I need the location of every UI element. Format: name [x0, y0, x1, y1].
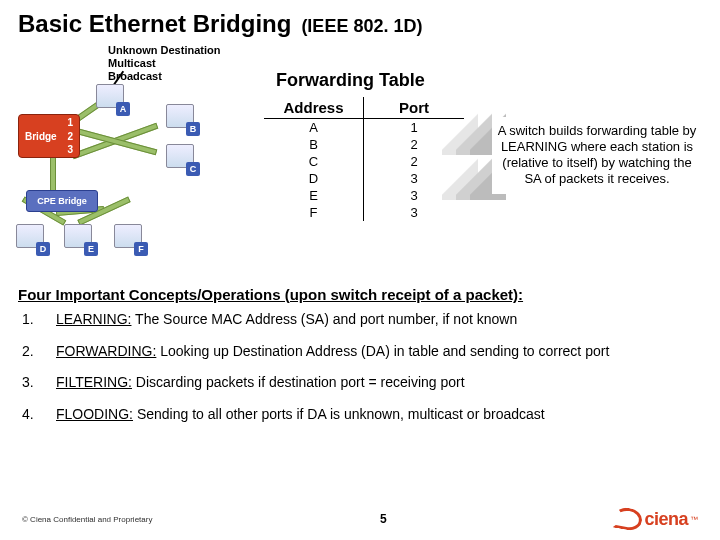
- concepts-list: 1. LEARNING: The Source MAC Address (SA)…: [0, 311, 720, 423]
- item-text: FLOODING: Sending to all other ports if …: [56, 406, 545, 424]
- table-cell: A: [264, 119, 363, 136]
- note-line: Multicast: [108, 57, 220, 70]
- host-label: A: [116, 102, 130, 116]
- port-label: 2: [67, 131, 73, 142]
- list-item: 3. FILTERING: Discarding packets if dest…: [22, 374, 690, 392]
- item-number: 3.: [22, 374, 38, 392]
- table-header: Address: [264, 97, 364, 119]
- bridge-box: Bridge 1 2 3: [18, 114, 80, 158]
- trademark-icon: ™: [690, 515, 698, 524]
- cpe-bridge-box: CPE Bridge: [26, 190, 98, 212]
- item-text: FORWARDING: Looking up Destination Addre…: [56, 343, 609, 361]
- concepts-header: Four Important Concepts/Operations (upon…: [0, 280, 720, 311]
- table-cells: A B C D E F: [264, 119, 364, 221]
- host-label: C: [186, 162, 200, 176]
- list-item: 2. FORWARDING: Looking up Destination Ad…: [22, 343, 690, 361]
- list-item: 1. LEARNING: The Source MAC Address (SA)…: [22, 311, 690, 329]
- item-text: LEARNING: The Source MAC Address (SA) an…: [56, 311, 517, 329]
- callout-text: A switch builds forwarding table by LEAR…: [492, 117, 702, 194]
- item-number: 2.: [22, 343, 38, 361]
- table-cell: C: [264, 153, 363, 170]
- host-label: B: [186, 122, 200, 136]
- footer: © Ciena Confidential and Proprietary 5 c…: [0, 508, 720, 530]
- flood-note: Unknown Destination Multicast Broadcast: [108, 44, 220, 84]
- page-subtitle: (IEEE 802. 1D): [301, 16, 422, 37]
- bridge-label: Bridge: [25, 131, 57, 142]
- title-row: Basic Ethernet Bridging (IEEE 802. 1D): [0, 0, 720, 42]
- item-number: 1.: [22, 311, 38, 329]
- copyright-text: © Ciena Confidential and Proprietary: [22, 515, 152, 524]
- host-label: F: [134, 242, 148, 256]
- host-label: E: [84, 242, 98, 256]
- list-item: 4. FLOODING: Sending to all other ports …: [22, 406, 690, 424]
- diagram-column: Unknown Destination Multicast Broadcast …: [18, 46, 248, 272]
- table-cell: F: [264, 204, 363, 221]
- port-label: 3: [67, 144, 73, 155]
- network-diagram: Bridge 1 2 3 CPE Bridge A B C D E F: [18, 92, 238, 272]
- table-cell: 3: [364, 204, 464, 221]
- page-title: Basic Ethernet Bridging: [18, 10, 291, 38]
- page-number: 5: [380, 512, 387, 526]
- logo-text: ciena: [644, 509, 688, 530]
- host-label: D: [36, 242, 50, 256]
- port-label: 1: [67, 117, 73, 128]
- item-number: 4.: [22, 406, 38, 424]
- cpe-label: CPE Bridge: [37, 196, 87, 206]
- table-cell: D: [264, 170, 363, 187]
- table-col-address: Address A B C D E F: [264, 97, 364, 221]
- item-text: FILTERING: Discarding packets if destina…: [56, 374, 465, 392]
- logo-swirl-icon: [614, 508, 642, 530]
- note-line: Broadcast: [108, 70, 220, 83]
- note-line: Unknown Destination: [108, 44, 220, 57]
- ciena-logo: ciena ™: [614, 508, 698, 530]
- callout: A switch builds forwarding table by LEAR…: [492, 100, 702, 210]
- table-cell: E: [264, 187, 363, 204]
- upper-section: Unknown Destination Multicast Broadcast …: [0, 42, 720, 280]
- forwarding-table-title: Forwarding Table: [276, 70, 702, 91]
- table-cell: B: [264, 136, 363, 153]
